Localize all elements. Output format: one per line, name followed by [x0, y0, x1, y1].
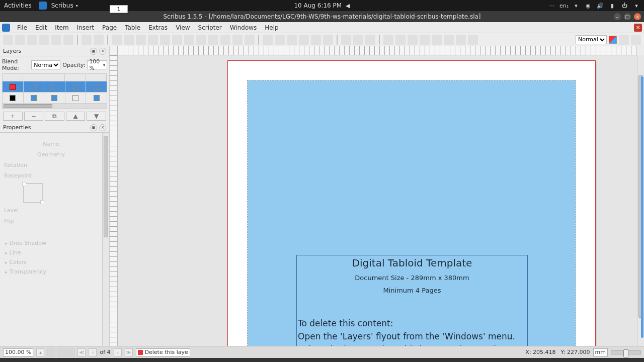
- props-section-transparency[interactable]: Transparency: [4, 267, 98, 277]
- preview-quality-select[interactable]: Normal: [576, 35, 607, 44]
- page-prev-button[interactable]: ‹: [89, 348, 97, 356]
- tool-open-icon[interactable]: [15, 35, 25, 45]
- document-close-button[interactable]: ×: [634, 24, 642, 32]
- page-last-button[interactable]: ≫: [125, 348, 133, 356]
- tool-pdf-icon[interactable]: [63, 35, 73, 45]
- a11y-icon[interactable]: ◉: [585, 2, 592, 9]
- props-section-colors[interactable]: Colors: [4, 257, 98, 267]
- tool-measure-icon[interactable]: [341, 35, 351, 45]
- layer-delete-button[interactable]: −: [24, 112, 44, 121]
- layer-dup-button[interactable]: ⧉: [45, 112, 64, 121]
- layer-row[interactable]: [2, 93, 107, 104]
- page-first-button[interactable]: ≪: [77, 348, 86, 356]
- tool-arc-icon[interactable]: [184, 35, 194, 45]
- menu-table[interactable]: Table: [121, 24, 144, 31]
- page-next-button[interactable]: ›: [114, 348, 122, 356]
- tool-select-icon[interactable]: [112, 35, 122, 45]
- menu-page[interactable]: Page: [98, 24, 121, 31]
- ruler-origin[interactable]: [110, 46, 118, 55]
- color-management-icon[interactable]: [609, 36, 617, 44]
- menu-edit[interactable]: Edit: [31, 24, 51, 31]
- zoom-select[interactable]: 100.00 %: [3, 348, 33, 356]
- layer-row-selected[interactable]: [2, 81, 107, 93]
- zoom-100-button[interactable]: [57, 348, 65, 356]
- tool-imageframe-icon[interactable]: [136, 35, 146, 45]
- notification-icon[interactable]: ◀: [346, 3, 350, 9]
- tool-print-icon[interactable]: [39, 35, 49, 45]
- layer-visible-icon[interactable]: [31, 95, 37, 101]
- zoom-slider[interactable]: [611, 350, 641, 354]
- menu-item[interactable]: Item: [51, 24, 72, 31]
- props-section-drop-shadow[interactable]: Drop Shadow: [4, 238, 98, 248]
- tool-new-icon[interactable]: [3, 35, 13, 45]
- document-viewport[interactable]: Digital Tabloid Template Document Size -…: [118, 55, 637, 346]
- tool-link-icon[interactable]: [311, 35, 321, 45]
- tool-eyedropper-icon[interactable]: [365, 35, 375, 45]
- tool-preflight-icon[interactable]: [51, 35, 61, 45]
- layer-print-icon[interactable]: [51, 95, 57, 101]
- tool-undo-icon[interactable]: [82, 35, 92, 45]
- volume-icon[interactable]: 🔊: [597, 2, 604, 9]
- tool-table-icon[interactable]: [160, 35, 170, 45]
- app-menu[interactable]: Scribus: [39, 2, 78, 10]
- layer-visible-icon[interactable]: [31, 84, 37, 90]
- system-menu-icon[interactable]: ▾: [633, 2, 640, 9]
- edit-in-preview-icon[interactable]: [631, 35, 641, 45]
- window-minimize-button[interactable]: –: [614, 13, 621, 20]
- tool-redo-icon[interactable]: [94, 35, 104, 45]
- ruler-horizontal[interactable]: [118, 46, 637, 55]
- tool-shape-icon[interactable]: [172, 35, 182, 45]
- unit-select[interactable]: mm: [593, 348, 608, 356]
- tool-polygon-icon[interactable]: [196, 35, 206, 45]
- tray-indicator-icon[interactable]: ⋯: [548, 2, 555, 9]
- instruction-text-frame[interactable]: Digital Tabloid Template Document Size -…: [296, 255, 528, 346]
- tool-line-icon[interactable]: [208, 35, 218, 45]
- activities-button[interactable]: Activities: [4, 2, 32, 9]
- layer-lock-icon[interactable]: [72, 95, 78, 101]
- panel-close-button[interactable]: ×: [99, 48, 106, 55]
- menu-scripter[interactable]: Scripter: [194, 24, 226, 31]
- panel-float-button[interactable]: ▣: [90, 48, 97, 55]
- power-icon[interactable]: ⏻: [621, 2, 628, 9]
- basepoint-widget-icon[interactable]: [23, 183, 43, 203]
- tool-calligraphic-icon[interactable]: [245, 35, 255, 45]
- tool-pdf-check-icon[interactable]: [420, 35, 430, 45]
- menu-view[interactable]: View: [172, 24, 194, 31]
- layer-print-icon[interactable]: [51, 84, 57, 90]
- language-indicator[interactable]: en₁: [560, 2, 568, 9]
- window-close-button[interactable]: ×: [634, 13, 641, 20]
- tool-pdf-list-icon[interactable]: [444, 35, 454, 45]
- window-titlebar[interactable]: Scribus 1.5.5 - [/home/lara/Documents/LG…: [0, 11, 644, 22]
- active-layer-select[interactable]: Delete this laye: [136, 348, 190, 356]
- menu-windows[interactable]: Windows: [226, 24, 261, 31]
- zoom-in-button[interactable]: [66, 348, 74, 356]
- tool-pdf-annot-icon[interactable]: [456, 35, 466, 45]
- tool-zoom-icon[interactable]: [275, 35, 285, 45]
- tool-freehand-icon[interactable]: [232, 35, 243, 45]
- page-1[interactable]: Digital Tabloid Template Document Size -…: [227, 60, 596, 346]
- properties-v-scrollbar[interactable]: [102, 133, 109, 346]
- tool-edit-icon[interactable]: [287, 35, 297, 45]
- page-number-input[interactable]: [110, 5, 128, 13]
- props-section-line[interactable]: Line: [4, 248, 98, 257]
- menu-extras[interactable]: Extras: [144, 24, 172, 31]
- layers-panel-header[interactable]: Layers ▣ ×: [0, 46, 109, 56]
- opacity-spin[interactable]: 100 %▾: [87, 60, 107, 69]
- layer-flow-icon[interactable]: [94, 95, 100, 101]
- tool-pdf-text-icon[interactable]: [408, 35, 418, 45]
- layer-flow-icon[interactable]: [94, 84, 100, 90]
- layer-down-button[interactable]: ▼: [87, 112, 106, 121]
- layer-add-button[interactable]: +: [3, 112, 23, 121]
- properties-panel-header[interactable]: Properties ▣ ×: [0, 123, 109, 133]
- panel-float-button[interactable]: ▣: [90, 124, 97, 131]
- tool-pdf-radio-icon[interactable]: [395, 35, 406, 45]
- battery-icon[interactable]: ▮: [609, 2, 616, 9]
- tool-bezier-icon[interactable]: [220, 35, 230, 45]
- zoom-spin-up[interactable]: ▴: [36, 348, 44, 356]
- layer-up-button[interactable]: ▲: [66, 112, 86, 121]
- layers-h-scrollbar[interactable]: [2, 104, 107, 109]
- menu-help[interactable]: Help: [261, 24, 282, 31]
- menu-insert[interactable]: Insert: [73, 24, 98, 31]
- layer-lock-icon[interactable]: [72, 84, 78, 90]
- menu-file[interactable]: File: [13, 24, 31, 31]
